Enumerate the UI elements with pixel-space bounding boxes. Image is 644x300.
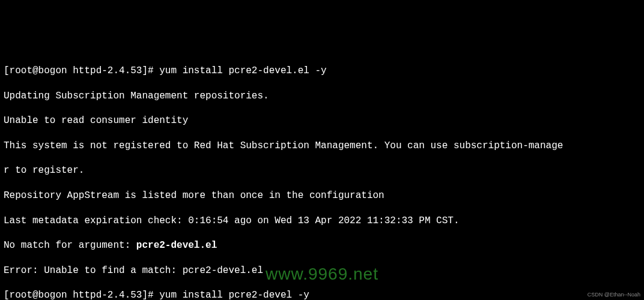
bold-arg: pcre2-devel.el (136, 240, 217, 251)
output-line: Unable to read consumer identity (4, 115, 640, 127)
prompt-line: [root@bogon httpd-2.4.53]# yum install p… (4, 65, 640, 77)
prompt-line: [root@bogon httpd-2.4.53]# yum install p… (4, 289, 640, 300)
output-line: Updating Subscription Management reposit… (4, 90, 640, 103)
output-line: This system is not registered to Red Hat… (4, 140, 640, 152)
error-line: Error: Unable to find a match: pcre2-dev… (4, 265, 640, 277)
output-line: r to register. (4, 164, 640, 177)
output-line: Last metadata expiration check: 0:16:54 … (4, 215, 640, 227)
terminal-output[interactable]: [root@bogon httpd-2.4.53]# yum install p… (4, 52, 640, 300)
output-line: No match for argument: pcre2-devel.el (4, 239, 640, 252)
output-line: Repository AppStream is listed more than… (4, 190, 640, 202)
